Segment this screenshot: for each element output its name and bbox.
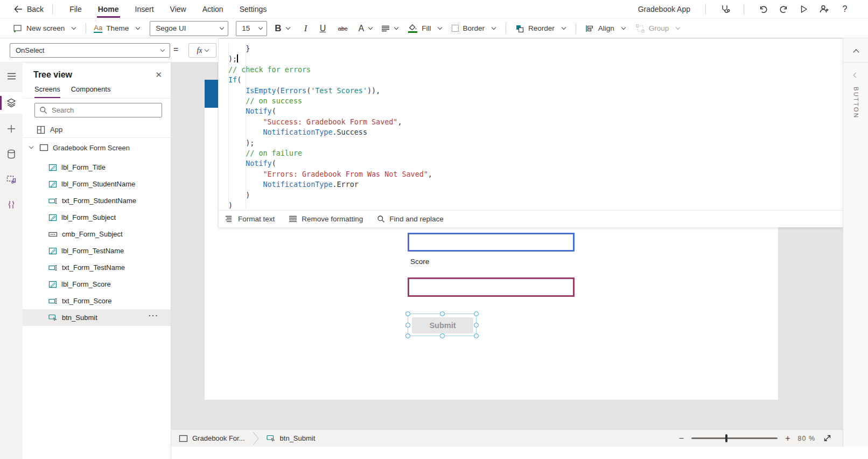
fit-to-window-icon[interactable] (823, 434, 832, 443)
tree-item-screen[interactable]: Gradebook Form Screen (23, 140, 171, 156)
tab-screens[interactable]: Screens (34, 85, 60, 98)
fill-button[interactable]: Fill (408, 24, 442, 33)
app-checker-icon[interactable] (715, 0, 735, 19)
close-icon[interactable]: ✕ (155, 70, 162, 80)
tree-tabs: Screens Components (23, 84, 171, 99)
resize-handle-se[interactable] (474, 333, 479, 338)
menu-item-file[interactable]: File (61, 0, 90, 19)
score-text-input[interactable] (408, 277, 575, 297)
code-line[interactable]: // check for errors (228, 65, 843, 75)
resize-handle-ne[interactable] (474, 311, 479, 316)
tree-item-lbl_Form_Score[interactable]: lbl_Form_Score (23, 276, 171, 293)
expand-properties-panel-button[interactable] (843, 69, 868, 82)
menu-item-settings[interactable]: Settings (232, 0, 275, 19)
tree-item-lbl_Form_TestName[interactable]: lbl_Form_TestName (23, 242, 171, 259)
code-line[interactable]: Notify( (228, 158, 843, 169)
code-line[interactable]: ) (228, 200, 843, 211)
insert-plus-icon[interactable] (0, 118, 23, 140)
underline-button[interactable]: U (319, 24, 327, 33)
property-select[interactable]: OnSelect (10, 43, 170, 58)
tab-components[interactable]: Components (71, 85, 111, 98)
tree-search-box[interactable] (34, 103, 162, 117)
media-icon[interactable] (0, 169, 23, 190)
code-line[interactable]: NotificationType.Success (228, 127, 843, 137)
breadcrumb-control[interactable]: btn_Submit (267, 434, 316, 443)
code-line[interactable]: // on failure (228, 148, 843, 158)
zoom-slider[interactable] (691, 437, 778, 439)
tree-item-txt_Form_StudentName[interactable]: txt_Form_StudentName (23, 192, 171, 209)
text-align-button[interactable] (381, 24, 398, 33)
collapse-formula-bar-button[interactable] (843, 44, 868, 59)
tree-item-app[interactable]: App (23, 122, 171, 138)
resize-handle-nw[interactable] (405, 311, 410, 316)
code-line[interactable]: // on success (228, 96, 843, 106)
help-icon[interactable]: ? (835, 0, 855, 19)
zoom-out-button[interactable]: − (679, 434, 684, 443)
remove-formatting-icon (289, 215, 297, 222)
remove-formatting-button[interactable]: Remove formatting (289, 215, 363, 223)
border-button[interactable]: Border (452, 24, 495, 32)
reorder-button[interactable]: Reorder (515, 24, 565, 33)
bold-button[interactable]: B (275, 23, 289, 34)
tree-item-txt_Form_Score[interactable]: txt_Form_Score (23, 293, 171, 309)
tree-item-btn_Submit[interactable]: btn_Submit ··· (23, 309, 171, 326)
tree-item-txt_Form_TestName[interactable]: txt_Form_TestName (23, 259, 171, 276)
resize-handle-w[interactable] (405, 323, 410, 328)
tree-item-lbl_Form_Subject[interactable]: lbl_Form_Subject (23, 209, 171, 226)
tree-item-lbl_Form_Title[interactable]: lbl_Form_Title (23, 159, 171, 176)
fx-button[interactable]: fx (188, 43, 216, 58)
menu-item-insert[interactable]: Insert (127, 0, 162, 19)
formula-editor[interactable]: });// check for errorsIf( IsEmpty(Errors… (219, 39, 843, 211)
testname-text-input[interactable] (408, 233, 575, 252)
code-line[interactable]: ); (228, 138, 843, 148)
code-line[interactable]: IsEmpty(Errors('Test Scores')), (228, 86, 843, 96)
preview-play-icon[interactable] (794, 0, 814, 19)
redo-icon[interactable] (773, 0, 794, 19)
zoom-slider-thumb[interactable] (725, 434, 728, 442)
code-line[interactable]: NotificationType.Error (228, 179, 843, 190)
theme-button[interactable]: Aa Theme (94, 24, 139, 33)
tree-item-label: lbl_Form_TestName (61, 247, 124, 255)
resize-handle-n[interactable] (440, 311, 445, 316)
code-line[interactable]: Notify( (228, 106, 843, 116)
more-options-icon[interactable]: ··· (149, 311, 159, 319)
undo-icon[interactable] (753, 0, 773, 19)
code-line[interactable]: } (228, 44, 843, 54)
submit-button[interactable]: Submit (412, 317, 473, 333)
tree-item-cmb_Form_Subject[interactable]: cmb_Form_Subject (23, 226, 171, 242)
italic-button[interactable]: I (302, 23, 310, 34)
menu-item-view[interactable]: View (162, 0, 194, 19)
font-family-select[interactable]: Segoe UI (150, 21, 228, 36)
share-icon[interactable] (814, 0, 835, 19)
tree-item-label: lbl_Form_Title (61, 163, 106, 171)
strikethrough-button[interactable]: abc (336, 25, 350, 32)
hamburger-menu-icon[interactable] (0, 65, 23, 87)
code-line[interactable]: If( (228, 75, 843, 85)
new-screen-button[interactable]: New screen (13, 24, 75, 33)
data-sources-icon[interactable] (0, 143, 23, 165)
code-line[interactable]: ); (228, 54, 843, 64)
menu-item-action[interactable]: Action (194, 0, 232, 19)
tree-item-label: txt_Form_StudentName (62, 197, 136, 205)
chevron-down-icon (220, 25, 224, 29)
tree-view-rail-icon[interactable] (0, 92, 23, 114)
find-and-replace-button[interactable]: Find and replace (377, 215, 444, 223)
font-color-button[interactable]: A (359, 24, 373, 33)
advanced-tools-icon[interactable] (0, 194, 23, 215)
breadcrumb-screen[interactable]: Gradebook For... (179, 434, 245, 442)
code-line[interactable]: "Success: Gradebook Form Saved", (228, 117, 843, 127)
resize-handle-e[interactable] (474, 323, 479, 328)
format-text-button[interactable]: Format text (225, 215, 275, 223)
back-button[interactable]: Back (14, 5, 44, 13)
code-line[interactable]: ) (228, 190, 843, 200)
resize-handle-s[interactable] (440, 333, 445, 338)
code-line[interactable]: "Errors: Gradebook From Was Not Saved", (228, 169, 843, 179)
align-button[interactable]: Align (585, 24, 625, 33)
search-input[interactable] (52, 106, 149, 114)
resize-handle-sw[interactable] (405, 333, 410, 338)
menu-item-home[interactable]: Home (90, 0, 127, 19)
font-size-select[interactable]: 15 (236, 21, 267, 36)
chevron-down-icon (285, 25, 290, 29)
zoom-in-button[interactable]: + (785, 434, 790, 443)
tree-item-lbl_Form_StudentName[interactable]: lbl_Form_StudentName (23, 176, 171, 192)
